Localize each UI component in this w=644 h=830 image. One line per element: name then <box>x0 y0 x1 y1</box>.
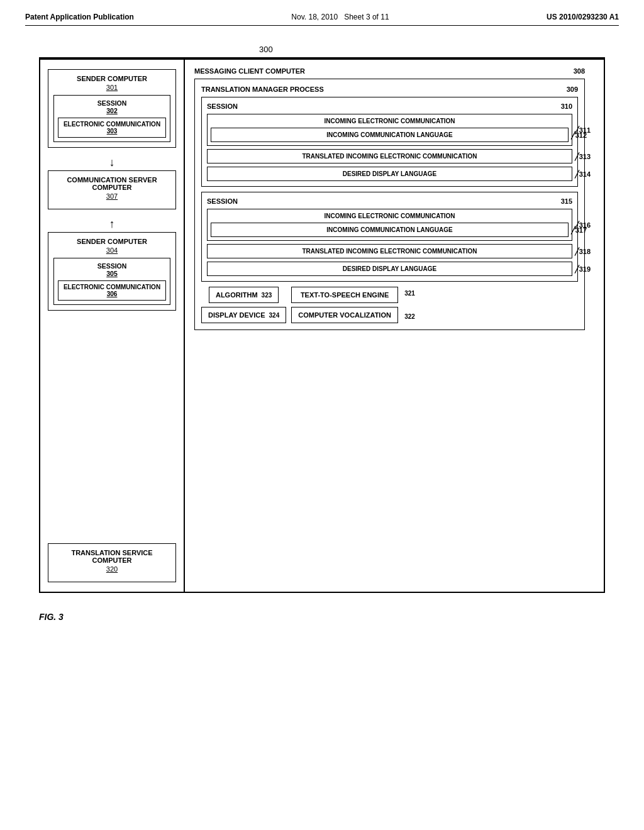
sender1-session-label: SESSION <box>58 99 166 107</box>
s2-icl-text: INCOMING COMMUNICATION LANGUAGE <box>326 226 452 233</box>
mc-title: MESSAGING CLIENT COMPUTER <box>194 67 305 75</box>
session2-label: SESSION <box>207 197 238 205</box>
tm-ref: 309 <box>567 86 578 93</box>
sender2-elec-ref: 306 <box>61 290 163 297</box>
s1-ddl-box: DESIRED DISPLAY LANGUAGE ╱314 <box>207 167 572 181</box>
sender2-elec-label: ELECTRONIC COMMUNICATION <box>61 284 163 290</box>
mc-ref: 308 <box>574 67 585 75</box>
page-header: Patent Application Publication Nov. 18, … <box>25 13 619 26</box>
s2-iec-text: INCOMING ELECTRONIC COMMUNICATION <box>324 213 455 219</box>
s2-icl-ref-label: ╱317 <box>571 226 587 234</box>
s1-box-incoming-ec: INCOMING ELECTRONIC COMMUNICATION ╱311 I… <box>207 114 572 146</box>
s1-ddl-text: DESIRED DISPLAY LANGUAGE <box>343 170 436 177</box>
messaging-client-header: MESSAGING CLIENT COMPUTER 308 <box>194 67 585 75</box>
session-2-block: SESSION 315 INCOMING ELECTRONIC COMMUNIC… <box>201 192 578 282</box>
sender-computer-1: SENDER COMPUTER 301 SESSION 302 ELECTRON… <box>48 69 176 148</box>
ts-title: TRANSLATION SERVICE COMPUTER <box>53 549 170 564</box>
arrow-up-1: ↑ <box>48 218 176 230</box>
s1-ddl-ref: 314 <box>579 170 591 177</box>
sender2-elec-comm: ELECTRONIC COMMUNICATION 306 <box>58 280 166 301</box>
s2-icl-ref: 317 <box>575 226 587 233</box>
s2-ddl-box: DESIRED DISPLAY LANGUAGE ╱319 <box>207 262 572 276</box>
s1-ddl-ref-label: ╱314 <box>575 170 591 178</box>
s2-box-incoming-ec: INCOMING ELECTRONIC COMMUNICATION ╱316 I… <box>207 209 572 241</box>
ts-ref: 320 <box>53 565 170 573</box>
s2-trans-text: TRANSLATED INCOMING ELECTRONIC COMMUNICA… <box>303 248 477 255</box>
sender2-session-ref: 305 <box>58 270 166 277</box>
algo-ref: 323 <box>262 292 272 299</box>
tts-box: TEXT-TO-SPEECH ENGINE 321 <box>291 287 398 303</box>
s2-trans-ref: 318 <box>579 247 591 255</box>
diagram-area: 300 SENDER COMPUTER 301 SESSION 302 ELEC… <box>39 45 605 622</box>
comm-server: COMMUNICATION SERVER COMPUTER 307 <box>48 170 176 209</box>
s2-trans-ref-label: ╱318 <box>575 247 591 255</box>
display-text: DISPLAY DEVICE <box>208 311 265 319</box>
sender1-title: SENDER COMPUTER <box>53 75 170 82</box>
header-date: Nov. 18, 2010 <box>291 13 338 21</box>
voc-text: COMPUTER VOCALIZATION <box>298 311 391 319</box>
s2-ddl-ref-label: ╱319 <box>575 265 591 273</box>
s1-icl-ref-label: ╱312 <box>571 131 587 139</box>
vocalization-box: COMPUTER VOCALIZATION 322 <box>291 307 398 323</box>
comm-server-title: COMMUNICATION SERVER COMPUTER <box>53 176 170 191</box>
sender1-session: SESSION 302 ELECTRONIC COMMUNICATION 303 <box>53 95 170 142</box>
diagram-ref-300: 300 <box>259 45 273 54</box>
right-column: MESSAGING CLIENT COMPUTER 308 TRANSLATIO… <box>185 60 604 592</box>
s1-icl-box: INCOMING COMMUNICATION LANGUAGE ╱312 <box>211 128 569 142</box>
s1-translated-box: TRANSLATED INCOMING ELECTRONIC COMMUNICA… <box>207 149 572 163</box>
left-column: SENDER COMPUTER 301 SESSION 302 ELECTRON… <box>40 60 185 592</box>
sender2-session-label: SESSION <box>58 262 166 270</box>
display-box: DISPLAY DEVICE 324 <box>201 307 286 323</box>
sender1-elec-comm: ELECTRONIC COMMUNICATION 303 <box>58 118 166 138</box>
session-1-block: SESSION 310 INCOMING ELECTRONIC COMMUNIC… <box>201 97 578 187</box>
translation-manager-box: TRANSLATION MANAGER PROCESS 309 SESSION … <box>194 79 585 330</box>
algo-text: ALGORITHM <box>216 291 258 299</box>
tts-text: TEXT-TO-SPEECH ENGINE <box>301 291 389 299</box>
fig-label: FIG. 3 <box>39 612 605 622</box>
voc-ref: 322 <box>404 313 415 320</box>
sender1-elec-ref: 303 <box>61 128 163 135</box>
translation-service: TRANSLATION SERVICE COMPUTER 320 <box>48 543 176 582</box>
session2-ref: 315 <box>561 197 572 205</box>
tm-title: TRANSLATION MANAGER PROCESS <box>201 86 324 93</box>
sender2-session: SESSION 305 ELECTRONIC COMMUNICATION 306 <box>53 258 170 305</box>
sender1-session-ref: 302 <box>58 107 166 114</box>
s2-icl-box: INCOMING COMMUNICATION LANGUAGE ╱317 <box>211 223 569 237</box>
header-left: Patent Application Publication <box>25 13 134 21</box>
sender1-ref: 301 <box>53 84 170 91</box>
display-ref: 324 <box>269 312 280 319</box>
sender2-ref: 304 <box>53 246 170 254</box>
sender-computer-2: SENDER COMPUTER 304 SESSION 305 ELECTRON… <box>48 232 176 311</box>
s1-trans-ref: 313 <box>579 152 591 160</box>
header-right: US 2010/0293230 A1 <box>547 13 619 21</box>
tts-ref: 321 <box>404 290 415 297</box>
s1-trans-text: TRANSLATED INCOMING ELECTRONIC COMMUNICA… <box>303 153 477 160</box>
algo-box: ALGORITHM 323 <box>209 287 279 303</box>
s2-ddl-text: DESIRED DISPLAY LANGUAGE <box>343 265 436 272</box>
bottom-section: ALGORITHM 323 DISPLAY DEVICE 324 TEXT-TO… <box>201 287 578 323</box>
right-bottom: TEXT-TO-SPEECH ENGINE 321 COMPUTER VOCAL… <box>291 287 398 323</box>
session1-ref: 310 <box>561 102 572 110</box>
header-center: Nov. 18, 2010 Sheet 3 of 11 <box>291 13 389 21</box>
left-bottom: ALGORITHM 323 DISPLAY DEVICE 324 <box>201 287 286 323</box>
arrow-down-1: ↓ <box>48 157 176 168</box>
s1-icl-ref: 312 <box>575 131 587 138</box>
comm-server-ref: 307 <box>53 192 170 200</box>
s1-icl-text: INCOMING COMMUNICATION LANGUAGE <box>326 131 452 138</box>
tm-header: TRANSLATION MANAGER PROCESS 309 <box>201 86 578 93</box>
header-sheet: Sheet 3 of 11 <box>344 13 389 21</box>
session1-label: SESSION <box>207 102 238 110</box>
sender1-elec-label: ELECTRONIC COMMUNICATION <box>61 121 163 128</box>
s1-trans-ref-label: ╱313 <box>575 152 591 160</box>
s2-ddl-ref: 319 <box>579 265 591 272</box>
page: Patent Application Publication Nov. 18, … <box>0 0 644 830</box>
s2-translated-box: TRANSLATED INCOMING ELECTRONIC COMMUNICA… <box>207 244 572 258</box>
sender2-title: SENDER COMPUTER <box>53 238 170 245</box>
s1-iec-text: INCOMING ELECTRONIC COMMUNICATION <box>324 118 455 124</box>
